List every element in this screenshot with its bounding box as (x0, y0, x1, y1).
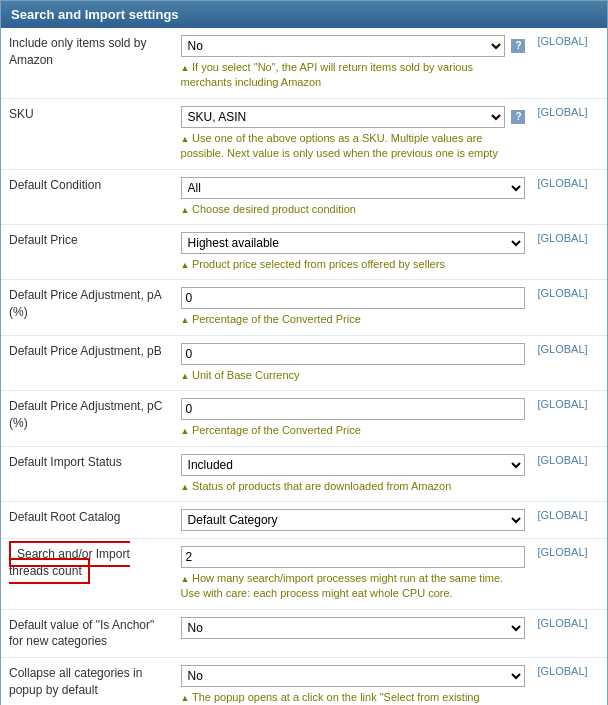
global-label-collapse-categories: [GLOBAL] (533, 658, 607, 705)
table-row: Default Price Adjustment, pC (%)Percenta… (1, 391, 607, 446)
settings-table: Include only items sold by AmazonNoYes?I… (1, 28, 607, 705)
hint-price-adj-pa: Percentage of the Converted Price (181, 312, 526, 327)
select-wrap-sku: SKU, ASINSKUASIN? (181, 106, 526, 128)
select-wrap-is-anchor: NoYes (181, 617, 526, 639)
global-label-price-adj-pc: [GLOBAL] (533, 391, 607, 446)
row-label-price-adj-pc: Default Price Adjustment, pC (%) (1, 391, 173, 446)
global-label-sku: [GLOBAL] (533, 98, 607, 169)
highlighted-label: Search and/or Import threads count (9, 541, 130, 584)
table-row: SKUSKU, ASINSKUASIN?Use one of the above… (1, 98, 607, 169)
select-wrap-default-root-catalog: Default Category (181, 509, 526, 531)
select-default-price[interactable]: Highest availableLowest available (181, 232, 526, 254)
hint-price-adj-pb: Unit of Base Currency (181, 368, 526, 383)
row-label-default-condition: Default Condition (1, 169, 173, 224)
select-sku[interactable]: SKU, ASINSKUASIN (181, 106, 506, 128)
table-row: Default PriceHighest availableLowest ava… (1, 224, 607, 279)
global-label-default-import-status: [GLOBAL] (533, 446, 607, 501)
hint-default-import-status: Status of products that are downloaded f… (181, 479, 526, 494)
table-row: Default Price Adjustment, pA (%)Percenta… (1, 280, 607, 335)
table-row: Default value of "Is Anchor" for new cat… (1, 609, 607, 658)
search-import-settings-panel: Search and Import settings Include only … (0, 0, 608, 705)
input-cell-collapse-categories: NoYesThe popup opens at a click on the l… (173, 658, 534, 705)
question-icon-include-only[interactable]: ? (511, 39, 525, 53)
select-is-anchor[interactable]: NoYes (181, 617, 526, 639)
global-link-sku[interactable]: [GLOBAL] (537, 106, 587, 118)
input-cell-is-anchor: NoYes (173, 609, 534, 658)
global-label-default-condition: [GLOBAL] (533, 169, 607, 224)
global-link-default-price[interactable]: [GLOBAL] (537, 232, 587, 244)
global-link-is-anchor[interactable]: [GLOBAL] (537, 617, 587, 629)
row-label-sku: SKU (1, 98, 173, 169)
global-label-default-price: [GLOBAL] (533, 224, 607, 279)
hint-include-only: If you select "No", the API will return … (181, 60, 526, 91)
panel-title: Search and Import settings (1, 1, 607, 28)
input-cell-price-adj-pc: Percentage of the Converted Price (173, 391, 534, 446)
table-row: Collapse all categories in popup by defa… (1, 658, 607, 705)
highlight-row: Search and/or Import threads countHow ma… (1, 538, 607, 609)
global-label-threads-count: [GLOBAL] (533, 538, 607, 609)
hint-default-price: Product price selected from prices offer… (181, 257, 526, 272)
input-cell-default-import-status: IncludedExcludedStatus of products that … (173, 446, 534, 501)
hint-price-adj-pc: Percentage of the Converted Price (181, 423, 526, 438)
question-icon-sku[interactable]: ? (511, 110, 525, 124)
global-label-include-only: [GLOBAL] (533, 28, 607, 98)
select-default-condition[interactable]: AllNewUsed (181, 177, 526, 199)
select-wrap-default-import-status: IncludedExcluded (181, 454, 526, 476)
input-price-adj-pc[interactable] (181, 398, 526, 420)
row-label-default-root-catalog: Default Root Catalog (1, 501, 173, 538)
hint-sku: Use one of the above options as a SKU. M… (181, 131, 526, 162)
hint-threads-count: How many search/import processes might r… (181, 571, 526, 602)
select-include-only[interactable]: NoYes (181, 35, 506, 57)
input-price-adj-pa[interactable] (181, 287, 526, 309)
table-row: Include only items sold by AmazonNoYes?I… (1, 28, 607, 98)
global-link-threads-count[interactable]: [GLOBAL] (537, 546, 587, 558)
select-wrap-default-condition: AllNewUsed (181, 177, 526, 199)
input-threads-count[interactable] (181, 546, 526, 568)
hint-collapse-categories: The popup opens at a click on the link "… (181, 690, 526, 705)
select-wrap-default-price: Highest availableLowest available (181, 232, 526, 254)
hint-default-condition: Choose desired product condition (181, 202, 526, 217)
input-cell-sku: SKU, ASINSKUASIN?Use one of the above op… (173, 98, 534, 169)
row-label-collapse-categories: Collapse all categories in popup by defa… (1, 658, 173, 705)
input-price-adj-pb[interactable] (181, 343, 526, 365)
input-cell-price-adj-pa: Percentage of the Converted Price (173, 280, 534, 335)
table-row: Default Root CatalogDefault Category[GLO… (1, 501, 607, 538)
table-row: Default ConditionAllNewUsedChoose desire… (1, 169, 607, 224)
row-label-default-import-status: Default Import Status (1, 446, 173, 501)
global-label-default-root-catalog: [GLOBAL] (533, 501, 607, 538)
select-wrap-collapse-categories: NoYes (181, 665, 526, 687)
select-default-import-status[interactable]: IncludedExcluded (181, 454, 526, 476)
input-cell-price-adj-pb: Unit of Base Currency (173, 335, 534, 390)
row-label-price-adj-pa: Default Price Adjustment, pA (%) (1, 280, 173, 335)
select-collapse-categories[interactable]: NoYes (181, 665, 526, 687)
global-link-default-import-status[interactable]: [GLOBAL] (537, 454, 587, 466)
table-row: Default Price Adjustment, pBUnit of Base… (1, 335, 607, 390)
global-link-collapse-categories[interactable]: [GLOBAL] (537, 665, 587, 677)
input-cell-include-only: NoYes?If you select "No", the API will r… (173, 28, 534, 98)
input-cell-default-condition: AllNewUsedChoose desired product conditi… (173, 169, 534, 224)
row-label-price-adj-pb: Default Price Adjustment, pB (1, 335, 173, 390)
global-link-price-adj-pc[interactable]: [GLOBAL] (537, 398, 587, 410)
row-label-include-only: Include only items sold by Amazon (1, 28, 173, 98)
table-row: Default Import StatusIncludedExcludedSta… (1, 446, 607, 501)
global-link-price-adj-pb[interactable]: [GLOBAL] (537, 343, 587, 355)
row-label-default-price: Default Price (1, 224, 173, 279)
input-cell-default-root-catalog: Default Category (173, 501, 534, 538)
global-link-include-only[interactable]: [GLOBAL] (537, 35, 587, 47)
global-label-price-adj-pb: [GLOBAL] (533, 335, 607, 390)
input-cell-threads-count: How many search/import processes might r… (173, 538, 534, 609)
select-default-root-catalog[interactable]: Default Category (181, 509, 526, 531)
global-label-price-adj-pa: [GLOBAL] (533, 280, 607, 335)
global-link-default-condition[interactable]: [GLOBAL] (537, 177, 587, 189)
global-link-default-root-catalog[interactable]: [GLOBAL] (537, 509, 587, 521)
panel-body: Include only items sold by AmazonNoYes?I… (1, 28, 607, 705)
input-cell-default-price: Highest availableLowest availableProduct… (173, 224, 534, 279)
global-label-is-anchor: [GLOBAL] (533, 609, 607, 658)
select-wrap-include-only: NoYes? (181, 35, 526, 57)
row-label-is-anchor: Default value of "Is Anchor" for new cat… (1, 609, 173, 658)
global-link-price-adj-pa[interactable]: [GLOBAL] (537, 287, 587, 299)
